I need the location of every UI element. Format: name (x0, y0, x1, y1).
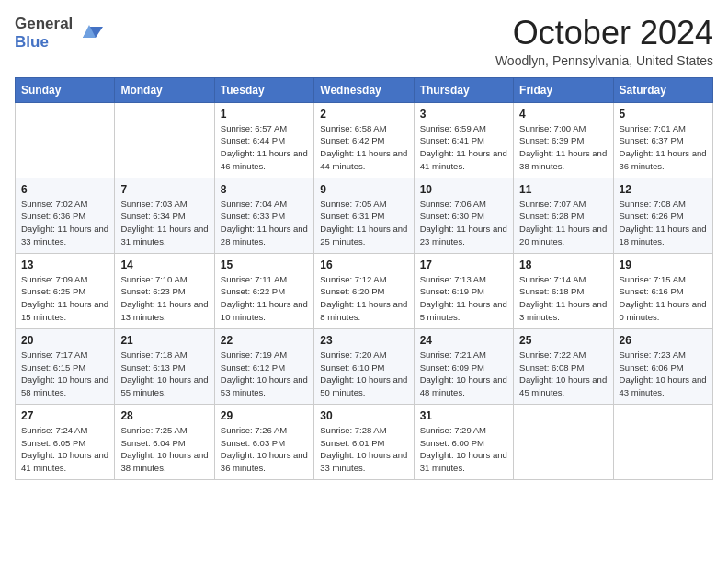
table-row: 29Sunrise: 7:26 AM Sunset: 6:03 PM Dayli… (214, 404, 313, 479)
logo-blue: Blue (15, 33, 49, 51)
day-info: Sunrise: 7:04 AM Sunset: 6:33 PM Dayligh… (221, 198, 308, 248)
table-row: 23Sunrise: 7:20 AM Sunset: 6:10 PM Dayli… (314, 328, 414, 404)
day-info: Sunrise: 7:10 AM Sunset: 6:23 PM Dayligh… (120, 273, 208, 324)
col-friday: Friday (514, 77, 613, 102)
day-info: Sunrise: 7:14 AM Sunset: 6:18 PM Dayligh… (519, 273, 607, 324)
table-row: 15Sunrise: 7:11 AM Sunset: 6:22 PM Dayli… (214, 253, 313, 328)
table-row: 10Sunrise: 7:06 AM Sunset: 6:30 PM Dayli… (414, 178, 513, 253)
col-sunday: Sunday (16, 77, 115, 102)
day-info: Sunrise: 7:00 AM Sunset: 6:39 PM Dayligh… (519, 122, 607, 173)
day-info: Sunrise: 7:20 AM Sunset: 6:10 PM Dayligh… (320, 349, 407, 399)
day-info: Sunrise: 7:01 AM Sunset: 6:37 PM Dayligh… (620, 122, 707, 173)
day-number: 1 (221, 108, 308, 121)
calendar-week-5: 27Sunrise: 7:24 AM Sunset: 6:05 PM Dayli… (16, 404, 713, 479)
col-wednesday: Wednesday (314, 77, 414, 102)
day-number: 30 (320, 409, 407, 422)
table-row: 5Sunrise: 7:01 AM Sunset: 6:37 PM Daylig… (613, 102, 712, 178)
day-info: Sunrise: 7:22 AM Sunset: 6:08 PM Dayligh… (519, 349, 607, 399)
table-row: 17Sunrise: 7:13 AM Sunset: 6:19 PM Dayli… (414, 253, 513, 328)
col-thursday: Thursday (414, 77, 513, 102)
location: Woodlyn, Pennsylvania, United States (495, 53, 713, 68)
day-number: 25 (519, 334, 607, 347)
day-number: 9 (320, 183, 407, 196)
day-number: 14 (120, 259, 208, 271)
day-info: Sunrise: 7:05 AM Sunset: 6:31 PM Dayligh… (320, 198, 407, 248)
day-info: Sunrise: 7:19 AM Sunset: 6:12 PM Dayligh… (221, 349, 308, 399)
day-number: 29 (221, 409, 308, 422)
table-row: 18Sunrise: 7:14 AM Sunset: 6:18 PM Dayli… (514, 253, 613, 328)
day-number: 18 (519, 259, 607, 271)
day-number: 27 (21, 409, 108, 422)
day-info: Sunrise: 7:13 AM Sunset: 6:19 PM Dayligh… (420, 273, 507, 324)
calendar-week-2: 6Sunrise: 7:02 AM Sunset: 6:36 PM Daylig… (16, 178, 713, 253)
table-row: 7Sunrise: 7:03 AM Sunset: 6:34 PM Daylig… (115, 178, 214, 253)
day-info: Sunrise: 7:15 AM Sunset: 6:16 PM Dayligh… (620, 273, 707, 324)
day-info: Sunrise: 7:24 AM Sunset: 6:05 PM Dayligh… (21, 424, 108, 475)
header: General Blue October 2024 Woodlyn, Penns… (15, 15, 713, 68)
table-row: 6Sunrise: 7:02 AM Sunset: 6:36 PM Daylig… (16, 178, 115, 253)
table-row: 20Sunrise: 7:17 AM Sunset: 6:15 PM Dayli… (16, 328, 115, 404)
table-row: 16Sunrise: 7:12 AM Sunset: 6:20 PM Dayli… (314, 253, 414, 328)
day-info: Sunrise: 6:59 AM Sunset: 6:41 PM Dayligh… (420, 122, 507, 173)
table-row: 28Sunrise: 7:25 AM Sunset: 6:04 PM Dayli… (115, 404, 214, 479)
calendar-header: Sunday Monday Tuesday Wednesday Thursday… (16, 77, 713, 102)
day-number: 2 (320, 108, 407, 121)
table-row (115, 102, 214, 178)
table-row (613, 404, 712, 479)
day-info: Sunrise: 7:02 AM Sunset: 6:36 PM Dayligh… (21, 198, 108, 248)
logo-general: General (15, 15, 73, 32)
day-info: Sunrise: 7:06 AM Sunset: 6:30 PM Dayligh… (420, 198, 507, 248)
header-row: Sunday Monday Tuesday Wednesday Thursday… (16, 77, 713, 102)
calendar-body: 1Sunrise: 6:57 AM Sunset: 6:44 PM Daylig… (16, 102, 713, 479)
table-row (16, 102, 115, 178)
day-number: 24 (420, 334, 507, 347)
table-row: 21Sunrise: 7:18 AM Sunset: 6:13 PM Dayli… (115, 328, 214, 404)
month-title: October 2024 (495, 15, 713, 52)
day-info: Sunrise: 7:28 AM Sunset: 6:01 PM Dayligh… (320, 424, 407, 475)
calendar-week-3: 13Sunrise: 7:09 AM Sunset: 6:25 PM Dayli… (16, 253, 713, 328)
day-info: Sunrise: 7:23 AM Sunset: 6:06 PM Dayligh… (620, 349, 707, 399)
table-row: 27Sunrise: 7:24 AM Sunset: 6:05 PM Dayli… (16, 404, 115, 479)
calendar-week-1: 1Sunrise: 6:57 AM Sunset: 6:44 PM Daylig… (16, 102, 713, 178)
day-info: Sunrise: 7:25 AM Sunset: 6:04 PM Dayligh… (120, 424, 208, 475)
page: General Blue October 2024 Woodlyn, Penns… (0, 0, 728, 563)
day-info: Sunrise: 7:09 AM Sunset: 6:25 PM Dayligh… (21, 273, 108, 324)
day-info: Sunrise: 7:03 AM Sunset: 6:34 PM Dayligh… (120, 198, 208, 248)
day-number: 31 (420, 409, 507, 422)
day-number: 26 (620, 334, 707, 347)
day-info: Sunrise: 7:18 AM Sunset: 6:13 PM Dayligh… (120, 349, 208, 399)
table-row: 12Sunrise: 7:08 AM Sunset: 6:26 PM Dayli… (613, 178, 712, 253)
table-row: 3Sunrise: 6:59 AM Sunset: 6:41 PM Daylig… (414, 102, 513, 178)
day-number: 15 (221, 259, 308, 271)
calendar-week-4: 20Sunrise: 7:17 AM Sunset: 6:15 PM Dayli… (16, 328, 713, 404)
logo: General Blue (15, 15, 103, 51)
day-number: 12 (620, 183, 707, 196)
table-row: 25Sunrise: 7:22 AM Sunset: 6:08 PM Dayli… (514, 328, 613, 404)
col-monday: Monday (115, 77, 214, 102)
title-block: October 2024 Woodlyn, Pennsylvania, Unit… (495, 15, 713, 68)
col-tuesday: Tuesday (214, 77, 313, 102)
day-info: Sunrise: 7:11 AM Sunset: 6:22 PM Dayligh… (221, 273, 308, 324)
table-row: 1Sunrise: 6:57 AM Sunset: 6:44 PM Daylig… (214, 102, 313, 178)
day-number: 22 (221, 334, 308, 347)
day-number: 20 (21, 334, 108, 347)
table-row: 19Sunrise: 7:15 AM Sunset: 6:16 PM Dayli… (613, 253, 712, 328)
col-saturday: Saturday (613, 77, 712, 102)
day-info: Sunrise: 7:07 AM Sunset: 6:28 PM Dayligh… (519, 198, 607, 248)
table-row: 2Sunrise: 6:58 AM Sunset: 6:42 PM Daylig… (314, 102, 414, 178)
day-info: Sunrise: 7:17 AM Sunset: 6:15 PM Dayligh… (21, 349, 108, 399)
table-row: 31Sunrise: 7:29 AM Sunset: 6:00 PM Dayli… (414, 404, 513, 479)
day-number: 21 (120, 334, 208, 347)
table-row: 30Sunrise: 7:28 AM Sunset: 6:01 PM Dayli… (314, 404, 414, 479)
day-number: 10 (420, 183, 507, 196)
logo-icon (75, 17, 103, 45)
day-number: 19 (620, 259, 707, 271)
day-info: Sunrise: 7:21 AM Sunset: 6:09 PM Dayligh… (420, 349, 507, 399)
day-number: 7 (120, 183, 208, 196)
day-info: Sunrise: 6:57 AM Sunset: 6:44 PM Dayligh… (221, 122, 308, 173)
day-number: 6 (21, 183, 108, 196)
day-number: 16 (320, 259, 407, 271)
table-row: 4Sunrise: 7:00 AM Sunset: 6:39 PM Daylig… (514, 102, 613, 178)
table-row: 24Sunrise: 7:21 AM Sunset: 6:09 PM Dayli… (414, 328, 513, 404)
day-info: Sunrise: 7:08 AM Sunset: 6:26 PM Dayligh… (620, 198, 707, 248)
